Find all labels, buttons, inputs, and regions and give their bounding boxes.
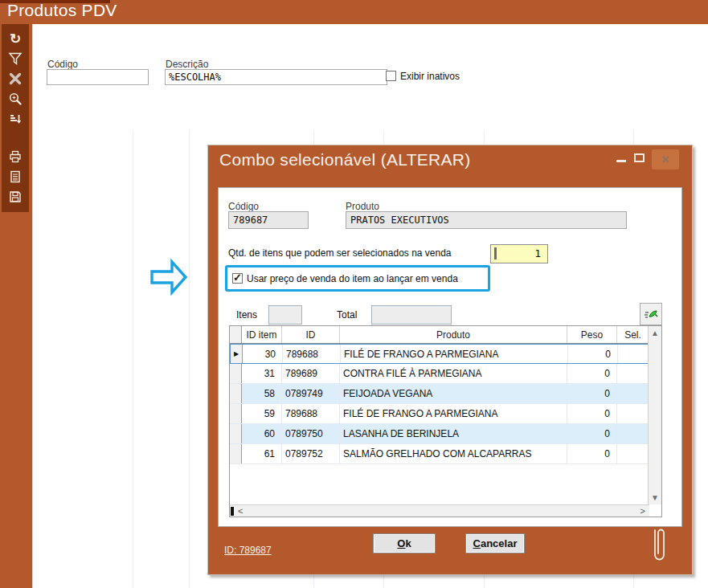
items-cell: CONTRA FILÉ À PARMEGIANA (340, 364, 567, 383)
items-table-row[interactable]: 580789749FEIJOADA VEGANA0 (230, 384, 661, 404)
items-col-id-item[interactable]: ID item (242, 326, 282, 343)
items-table-row[interactable]: 610789752SALMÃO GRELHADO COM ALCAPARRAS0 (230, 444, 661, 464)
usar-preco-label: Usar preço de venda do item ao lançar em… (247, 273, 458, 284)
app-titlebar: Produtos PDV (0, 0, 708, 24)
sort-icon[interactable] (6, 110, 24, 128)
items-cell (230, 444, 242, 463)
annotation-arrow-icon (149, 259, 198, 296)
items-cell: 789688 (283, 345, 341, 363)
items-cell (230, 364, 242, 383)
refresh-items-button[interactable] (640, 303, 662, 325)
items-cell: 0 (567, 384, 617, 403)
items-cell: 60 (242, 424, 282, 443)
close-icon[interactable]: × (652, 149, 679, 169)
total-label: Total (337, 309, 357, 321)
codigo-filter-label: Código (47, 59, 78, 70)
dialog-title: Combo selecionável (ALTERAR) (219, 150, 471, 169)
items-cell: FILÉ DE FRANGO A PARMEGIANA (340, 404, 567, 423)
descricao-filter-input[interactable] (165, 69, 387, 85)
items-table-row[interactable]: ▶30789688FILÉ DE FRANGO A PARMEGIANA0 (230, 344, 661, 364)
scroll-down-icon[interactable]: ▼ (651, 491, 659, 504)
items-table-row[interactable]: 600789750LASANHA DE BERINJELA0 (230, 424, 661, 444)
dialog-codigo-label: Código (228, 201, 259, 212)
usar-preco-checkbox[interactable] (232, 273, 243, 284)
items-cell: 61 (242, 444, 282, 463)
scroll-up-icon[interactable]: ▲ (651, 326, 659, 340)
items-cell (618, 345, 650, 363)
qty-label: Qtd. de itens que podem ser selecionados… (228, 247, 452, 259)
items-col-produto[interactable]: Produto (340, 326, 567, 343)
items-cell: 0789749 (282, 384, 340, 403)
items-cell (617, 444, 649, 463)
items-col-sel[interactable]: Sel. (617, 326, 649, 343)
items-cell: 0789752 (282, 444, 340, 463)
items-table-body: ▶30789688FILÉ DE FRANGO A PARMEGIANA0317… (230, 344, 661, 464)
qty-input[interactable]: 1 (490, 244, 548, 263)
grid-column-line (189, 130, 190, 588)
items-cell (617, 384, 649, 403)
items-cell: LASANHA DE BERINJELA (340, 424, 567, 443)
grid-column-line (133, 130, 133, 588)
exibir-inativos-checkbox[interactable] (386, 71, 396, 81)
items-vertical-scrollbar[interactable]: ▲ ▼ (648, 326, 661, 504)
zoom-icon[interactable] (6, 90, 24, 108)
items-cell: 0 (567, 424, 617, 443)
items-cell: 0 (568, 345, 618, 363)
itens-label: Itens (236, 309, 257, 321)
report-icon[interactable] (6, 168, 24, 186)
items-cell: FEIJOADA VEGANA (340, 384, 567, 403)
maximize-icon[interactable] (634, 153, 645, 162)
descricao-filter-label: Descrição (166, 59, 208, 70)
items-col-peso[interactable]: Peso (567, 326, 617, 343)
items-cell: 30 (243, 345, 283, 363)
codigo-filter-input[interactable] (47, 69, 149, 85)
refresh-icon[interactable]: ↻ (6, 30, 24, 47)
total-field (371, 305, 452, 325)
dialog-produto-label: Produto (346, 201, 379, 212)
items-table-row[interactable]: 31789689CONTRA FILÉ À PARMEGIANA0 (230, 364, 661, 384)
items-cell: 0789750 (282, 424, 340, 443)
items-table-header: ID item ID Produto Peso Sel. (230, 326, 661, 344)
dialog-codigo-field: 789687 (228, 211, 309, 229)
filter-icon[interactable] (6, 50, 24, 67)
items-table: ID item ID Produto Peso Sel. ▶30789688FI… (229, 325, 662, 517)
items-cell (230, 424, 242, 443)
cancel-button[interactable]: Cancelar (465, 533, 525, 553)
items-cell: 789688 (282, 404, 340, 423)
items-cell (617, 364, 649, 383)
current-row-marker-icon: ▶ (234, 350, 239, 357)
exibir-inativos-label: Exibir inativos (400, 71, 460, 82)
annotation-highlight-box: Usar preço de venda do item ao lançar em… (225, 265, 490, 292)
scroll-left-icon[interactable]: < (234, 506, 247, 516)
text-cursor (494, 247, 497, 259)
top-window-edge (0, 0, 110, 3)
items-cell: 0 (567, 444, 617, 463)
print-icon[interactable] (6, 148, 24, 165)
items-cell (617, 424, 649, 443)
items-cell: SALMÃO GRELHADO COM ALCAPARRAS (340, 444, 567, 463)
items-cell: FILÉ DE FRANGO A PARMEGIANA (341, 345, 568, 363)
dialog-produto-field: PRATOS EXECUTIVOS (346, 211, 627, 229)
ok-button[interactable]: Ok (373, 533, 436, 553)
minimize-icon[interactable] (616, 160, 626, 162)
items-cell (230, 384, 242, 403)
combo-dialog: Combo selecionável (ALTERAR) × Código 78… (207, 145, 693, 575)
items-cell (230, 404, 242, 423)
itens-field (268, 305, 302, 325)
app-title: Produtos PDV (7, 1, 117, 20)
items-cell (617, 404, 649, 423)
left-sidebar: ↻ (0, 24, 32, 588)
clear-filter-icon[interactable] (6, 70, 24, 88)
items-cell: 58 (242, 384, 282, 403)
items-cell: 31 (242, 364, 282, 383)
save-icon[interactable] (6, 188, 24, 206)
items-table-row[interactable]: 59789688FILÉ DE FRANGO A PARMEGIANA0 (230, 404, 661, 424)
scroll-right-icon[interactable]: > (636, 506, 649, 516)
items-horizontal-scrollbar[interactable]: < > (230, 504, 649, 517)
green-pen-icon (643, 306, 659, 322)
items-cell: 59 (242, 404, 282, 423)
record-id-link[interactable]: ID: 789687 (224, 545, 272, 556)
items-cell: 789689 (282, 364, 340, 383)
items-col-id[interactable]: ID (282, 326, 340, 343)
items-cell: 0 (567, 404, 617, 423)
